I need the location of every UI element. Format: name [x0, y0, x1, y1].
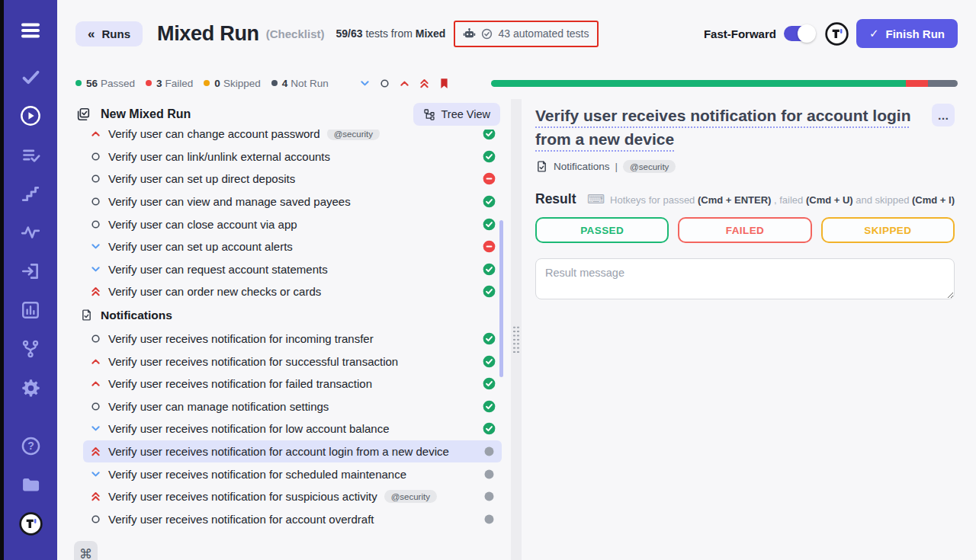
test-title: Verify user receives notification for sc… [108, 468, 406, 481]
test-title: Verify user receives notification for su… [108, 490, 377, 503]
folder-icon [20, 474, 41, 498]
circle-check-icon [481, 28, 493, 40]
bookmark-icon[interactable] [438, 78, 450, 89]
priority-none-icon [89, 196, 101, 207]
test-row[interactable]: Verify user receives notification for sc… [83, 462, 502, 485]
test-row[interactable]: Verify user can order new checks or card… [83, 280, 502, 303]
sidebar-item-git-branch-icon[interactable] [18, 340, 43, 361]
sidebar-item-activity-icon[interactable] [18, 223, 43, 245]
test-row[interactable]: Verify user receives notification for in… [83, 328, 502, 350]
test-row[interactable]: Verify user can link/unlink external acc… [83, 146, 502, 168]
list-scrollbar-thumb[interactable] [499, 220, 503, 377]
stat-failed[interactable]: 3Failed [146, 78, 193, 89]
finish-run-label: Finish Run [886, 27, 946, 40]
test-row[interactable]: Verify user receives notification for lo… [83, 418, 502, 440]
status-dot-icon [146, 80, 152, 86]
priority-low-icon[interactable] [359, 78, 371, 89]
progress-segment-failed [906, 80, 928, 87]
sidebar-item-help-icon[interactable]: ? [18, 437, 43, 458]
sidebar-item-gear-icon[interactable] [18, 379, 43, 400]
test-title: Verify user receives notification for fa… [108, 377, 372, 390]
test-row[interactable]: Verify user can set up direct deposits [83, 168, 502, 190]
test-detail-title[interactable]: Verify user receives notification for ac… [535, 104, 932, 151]
status-notrun-icon [483, 513, 496, 526]
panel-resizer[interactable] [511, 99, 522, 560]
result-passed-button[interactable]: PASSED [535, 217, 669, 243]
main-area: « Runs Mixed Run (Checklist) 59/63 tests… [57, 0, 976, 560]
list-check-icon [21, 145, 41, 168]
sidebar-item-folder-icon[interactable] [18, 475, 43, 497]
priority-none-icon [89, 333, 101, 344]
keyboard-icon: ⌨ [587, 194, 605, 206]
test-row[interactable]: Verify user receives notification for ac… [83, 440, 502, 463]
finish-run-button[interactable]: ✓ Finish Run [856, 19, 958, 48]
command-shortcut-button[interactable]: ⌘ [74, 541, 98, 560]
tag-badge[interactable]: @security [623, 160, 676, 173]
sidebar-item-logo-icon[interactable] [18, 514, 43, 536]
tree-view-label: Tree View [441, 108, 490, 120]
priority-none-icon[interactable] [379, 78, 390, 89]
priority-highest-icon[interactable] [419, 78, 430, 89]
result-message-input[interactable] [535, 258, 955, 299]
test-row[interactable]: Verify user can change account password@… [83, 130, 502, 146]
test-title: Verify user can set up direct deposits [108, 172, 295, 185]
tag-badge: @security [327, 130, 380, 140]
test-row[interactable]: Verify user receives notification for su… [83, 485, 502, 508]
test-row[interactable]: Verify user receives notification for ac… [83, 508, 502, 531]
fast-forward-toggle[interactable] [784, 26, 814, 41]
toggle-knob [798, 24, 816, 43]
back-to-runs-button[interactable]: « Runs [75, 21, 143, 46]
svg-text:?: ? [27, 440, 34, 452]
status-passed-icon [483, 400, 496, 413]
play-circle-icon [20, 105, 41, 130]
gear-icon [21, 378, 41, 402]
sidebar-item-play-circle-icon[interactable] [18, 107, 43, 128]
test-row[interactable]: Verify user can close account via app [83, 213, 502, 235]
sidebar-item-steps-icon[interactable] [18, 184, 43, 206]
stat-not-run[interactable]: 4Not Run [271, 78, 329, 89]
sidebar-item-login-icon[interactable] [18, 262, 43, 283]
sidebar-item-check-icon[interactable] [18, 68, 43, 89]
test-row[interactable]: Verify user receives notification for fa… [83, 373, 502, 395]
test-row[interactable]: Verify user receives notification for su… [83, 350, 502, 373]
suite-breadcrumb[interactable]: Notifications [554, 161, 610, 172]
bar-chart-icon [21, 300, 40, 323]
status-passed-icon [483, 377, 496, 390]
test-list-panel: New Mixed Run Tree View Verify user can … [57, 99, 511, 560]
test-row[interactable]: Verify user can set up account alerts [83, 235, 502, 258]
stat-skipped[interactable]: 0Skipped [204, 78, 260, 89]
result-failed-button[interactable]: FAILED [678, 217, 811, 243]
priority-high-icon [89, 356, 101, 367]
status-passed-icon [483, 218, 496, 231]
test-title: Verify user can manage notification sett… [108, 400, 329, 413]
test-detail-panel: Verify user receives notification for ac… [522, 99, 976, 560]
test-row[interactable]: Verify user can view and manage saved pa… [83, 190, 502, 213]
status-dot-icon [204, 80, 210, 86]
result-skipped-button[interactable]: SKIPPED [821, 217, 955, 243]
tree-view-button[interactable]: Tree View [413, 103, 500, 126]
page-subtitle: (Checklist) [266, 27, 325, 40]
test-row[interactable]: Verify user can request account statemen… [83, 258, 502, 281]
tests-source: Mixed [416, 27, 446, 40]
priority-highest-icon [89, 286, 101, 297]
document-check-icon [535, 160, 548, 173]
section-row[interactable]: Notifications [74, 303, 502, 328]
priority-filters [359, 78, 450, 89]
brand-logo-icon[interactable] [825, 22, 849, 46]
sidebar-item-menu-icon[interactable] [18, 21, 43, 43]
sidebar-item-list-check-icon[interactable] [18, 146, 43, 167]
status-notrun-icon [483, 468, 496, 481]
logo-icon [19, 512, 43, 539]
status-notrun-icon [483, 445, 496, 458]
list-header: New Mixed Run Tree View [57, 99, 511, 130]
steps-icon [21, 184, 40, 206]
automated-tests-badge[interactable]: 43 automated tests [454, 21, 598, 47]
test-title: Verify user can change account password [108, 130, 320, 140]
test-row[interactable]: Verify user can manage notification sett… [83, 395, 502, 418]
more-actions-button[interactable]: … [932, 104, 955, 126]
status-passed-icon [483, 422, 496, 435]
sidebar-item-bar-chart-icon[interactable] [18, 301, 43, 322]
test-title: Verify user can close account via app [108, 218, 297, 231]
stat-passed[interactable]: 56Passed [75, 78, 135, 89]
priority-high-icon[interactable] [399, 78, 410, 89]
